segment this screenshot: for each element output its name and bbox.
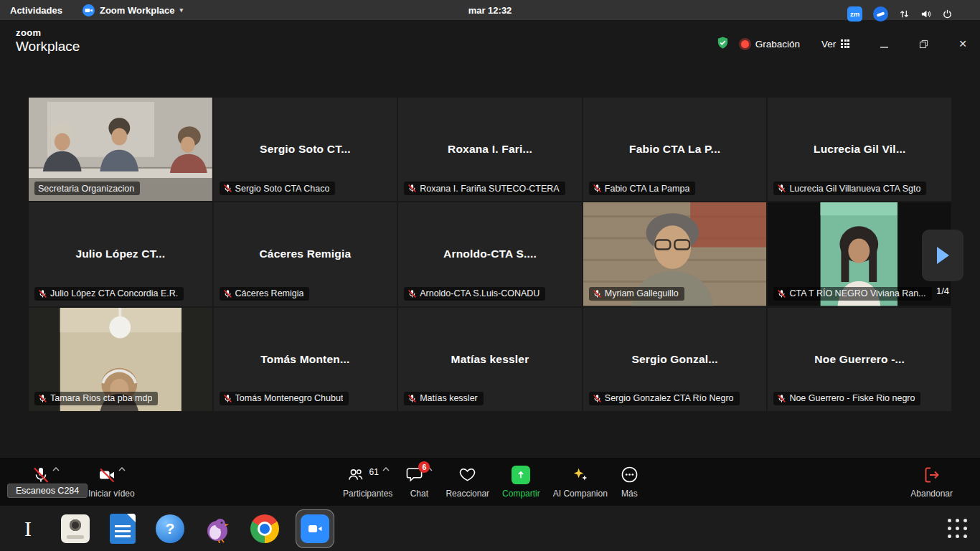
system-tray: zm bbox=[847, 6, 963, 22]
window-header-controls: Grabación Ver ✕ bbox=[716, 36, 967, 52]
participant-name-tag: Secretaria Organizacion bbox=[34, 182, 140, 195]
volume-icon[interactable] bbox=[920, 9, 931, 19]
participant-name-text: Fabio CTA La Pampa bbox=[605, 184, 690, 194]
participant-name-text: Tomás Montenegro Chubut bbox=[235, 393, 344, 403]
react-button[interactable]: Reaccionar bbox=[446, 466, 489, 499]
participant-name-tag: Roxana I. Fariña SUTECO-CTERA bbox=[404, 182, 565, 195]
heart-icon bbox=[458, 466, 476, 484]
participant-tile[interactable]: Noe Guerrero -... Noe Guerrero - Fiske R… bbox=[768, 308, 951, 411]
mic-muted-icon bbox=[223, 394, 232, 403]
taskbar-icon-zoom[interactable] bbox=[296, 509, 334, 548]
mic-muted-icon bbox=[777, 289, 786, 298]
participant-name-text: Sergio Gonzalez CTA Río Negro bbox=[605, 393, 734, 403]
mic-muted-icon bbox=[407, 394, 417, 403]
participant-tile[interactable]: Julio López CT... Julio López CTA Concor… bbox=[29, 202, 212, 306]
mic-muted-icon bbox=[38, 394, 47, 403]
clock-button[interactable]: mar 12:32 bbox=[468, 5, 512, 16]
zoom-window: zoom Workplace Grabación Ver bbox=[0, 20, 980, 506]
gallery-view-icon bbox=[841, 39, 849, 48]
participant-name-tag: Julio López CTA Concordia E.R. bbox=[34, 287, 184, 301]
more-button[interactable]: Más bbox=[621, 466, 639, 499]
chat-label: Chat bbox=[410, 489, 428, 499]
participant-name-text: Secretaria Organizacion bbox=[38, 184, 134, 194]
logo-workplace-text: Workplace bbox=[16, 39, 80, 53]
participant-tile[interactable]: Sergio Soto CT... Sergio Soto CTA Chaco bbox=[214, 98, 397, 201]
participant-tile[interactable]: Tomás Monten... Tomás Montenegro Chubut bbox=[214, 308, 397, 411]
taskbar-icon-text-cursor[interactable] bbox=[11, 512, 44, 545]
taskbar-icon-help[interactable] bbox=[154, 512, 187, 545]
participant-name-tag: Tamara Rios cta pba mdp bbox=[34, 392, 158, 405]
start-video-label: Iniciar vídeo bbox=[88, 489, 135, 499]
participant-name-tag: Sergio Soto CTA Chaco bbox=[220, 182, 336, 195]
taskbar-icon-camera-app[interactable] bbox=[59, 512, 92, 545]
participant-name-tag: Noe Guerrero - Fiske Rio negro bbox=[773, 392, 920, 405]
document-icon bbox=[110, 514, 136, 544]
page-indicator: 1/4 bbox=[922, 286, 963, 296]
help-icon bbox=[156, 514, 184, 543]
share-label: Compartir bbox=[502, 489, 540, 499]
mic-muted-icon bbox=[407, 289, 417, 298]
restore-button[interactable] bbox=[919, 39, 928, 49]
participant-name-tag: Cáceres Remigia bbox=[220, 287, 310, 301]
participant-tile[interactable]: Secretaria Organizacion bbox=[29, 98, 212, 201]
react-label: Reaccionar bbox=[446, 489, 489, 499]
participant-name-tag: Arnoldo-CTA S.Luis-CONADU bbox=[404, 287, 545, 301]
audio-options-caret-icon[interactable] bbox=[52, 467, 60, 471]
participant-name-text: Myriam Galleguillo bbox=[605, 288, 679, 298]
participant-tile[interactable]: Sergio Gonzal... Sergio Gonzalez CTA Río… bbox=[583, 308, 767, 411]
chrome-icon bbox=[250, 514, 279, 543]
participant-name-tag: CTA T RÍO NEGRO Viviana Ran... bbox=[773, 287, 931, 301]
mic-muted-icon bbox=[593, 394, 602, 403]
recording-indicator[interactable]: Grabación bbox=[741, 39, 800, 50]
participant-name-tag: Sergio Gonzalez CTA Río Negro bbox=[589, 392, 740, 405]
video-grid: Secretaria Organizacion Sergio Soto CT..… bbox=[29, 98, 951, 411]
participant-tile[interactable]: Matías kessler Matías kessler bbox=[398, 308, 582, 411]
chevron-down-icon: ▾ bbox=[180, 6, 184, 14]
minimize-button[interactable] bbox=[880, 39, 889, 49]
view-button[interactable]: Ver bbox=[821, 39, 849, 50]
network-icon[interactable] bbox=[899, 9, 910, 19]
logo-zoom-text: zoom bbox=[16, 28, 80, 37]
pigeon-icon bbox=[203, 514, 232, 543]
participants-button[interactable]: 61 Participantes bbox=[343, 466, 392, 499]
participant-tile[interactable]: Myriam Galleguillo bbox=[583, 202, 767, 306]
taskbar-icon-chrome[interactable] bbox=[248, 512, 281, 545]
app-menu-button[interactable]: Zoom Workplace ▾ bbox=[83, 4, 183, 17]
ai-companion-button[interactable]: AI Companion bbox=[553, 466, 608, 499]
participants-caret-icon[interactable] bbox=[382, 467, 390, 471]
taskbar-icon-writer[interactable] bbox=[106, 512, 139, 545]
participant-tile[interactable]: Lucrecia Gil Vil... Lucrecia Gil Villanu… bbox=[768, 98, 951, 201]
start-video-button[interactable]: Iniciar vídeo bbox=[88, 466, 135, 499]
security-shield-icon[interactable] bbox=[716, 36, 730, 52]
power-icon[interactable] bbox=[942, 9, 953, 19]
participant-tile[interactable]: Arnoldo-CTA S.... Arnoldo-CTA S.Luis-CON… bbox=[398, 202, 582, 306]
tray-app-icon[interactable] bbox=[873, 6, 888, 22]
mic-muted-icon bbox=[223, 289, 232, 298]
more-label: Más bbox=[621, 489, 638, 499]
chat-button[interactable]: 6 Chat bbox=[405, 466, 433, 499]
window-buttons: ✕ bbox=[880, 38, 967, 50]
show-applications-button[interactable] bbox=[948, 519, 967, 538]
leave-icon bbox=[923, 466, 941, 484]
share-button[interactable]: Compartir bbox=[502, 466, 540, 499]
leave-button[interactable]: Abandonar bbox=[910, 466, 953, 499]
participant-name-text: Julio López CTA Concordia E.R. bbox=[50, 288, 178, 298]
participant-name-tag: Tomás Montenegro Chubut bbox=[220, 392, 349, 405]
mic-muted-icon bbox=[38, 289, 47, 298]
participant-name-tag: Fabio CTA La Pampa bbox=[589, 182, 696, 195]
next-page-button[interactable] bbox=[922, 230, 963, 281]
taskbar-icon-pidgin[interactable] bbox=[201, 512, 234, 545]
participant-tile[interactable]: Tamara Rios cta pba mdp bbox=[29, 308, 212, 411]
video-options-caret-icon[interactable] bbox=[118, 467, 126, 471]
participant-tile[interactable]: Fabio CTA La P... Fabio CTA La Pampa bbox=[583, 98, 767, 201]
participant-tile[interactable]: Cáceres Remigia Cáceres Remigia bbox=[214, 202, 397, 306]
leave-label: Abandonar bbox=[910, 489, 953, 499]
activities-button[interactable]: Actividades bbox=[0, 0, 72, 20]
zoom-app-icon bbox=[83, 4, 95, 17]
participant-tile[interactable]: Roxana I. Fari... Roxana I. Fariña SUTEC… bbox=[398, 98, 582, 201]
recording-label: Grabación bbox=[755, 39, 800, 50]
participant-name-tag: Myriam Galleguillo bbox=[589, 287, 684, 301]
zoom-icon bbox=[301, 514, 329, 543]
zm-tray-icon[interactable]: zm bbox=[847, 6, 862, 22]
close-button[interactable]: ✕ bbox=[958, 38, 967, 50]
